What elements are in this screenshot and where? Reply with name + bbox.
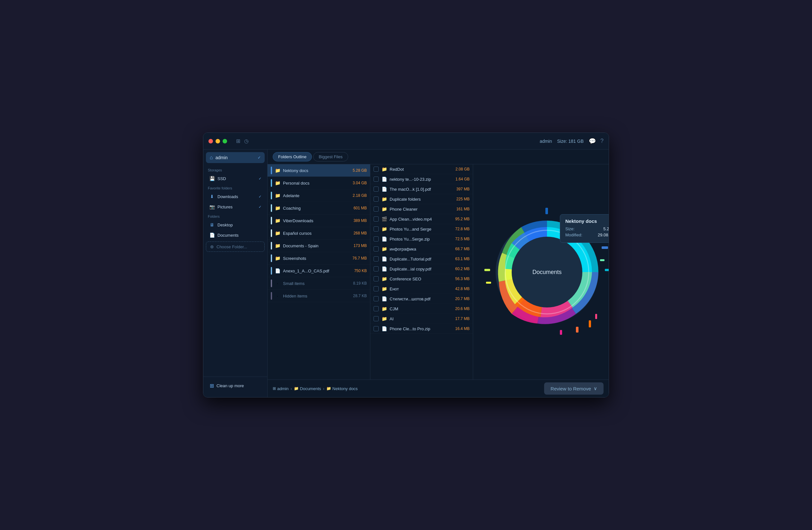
left-file-row-6[interactable]: 📁 Documents - Spain 173 MB	[267, 240, 370, 252]
file-checkbox-12[interactable]	[374, 286, 379, 291]
sidebar-item-ssd[interactable]: 💾 SSD ✓	[205, 174, 265, 183]
bar-6	[484, 269, 490, 271]
right-file-row-12[interactable]: 📁 Енот 42.8 MB	[370, 284, 473, 294]
breadcrumb-nektony-label: Nektony docs	[332, 386, 358, 391]
breadcrumb: ⊞ admin › 📁 Documents › 📁 Nektony docs	[273, 386, 358, 391]
sidebar-toggle-icon[interactable]: ⊞	[236, 138, 240, 144]
file-checkbox-8[interactable]	[374, 246, 379, 251]
desktop-label: Desktop	[217, 223, 261, 227]
titlebar-actions: 💬 ?	[589, 138, 604, 145]
left-file-row-2[interactable]: 📁 Adelante 2.18 GB	[267, 190, 370, 202]
downloads-label: Downloads	[217, 194, 259, 199]
cleanup-button[interactable]: ⊞ Clean up more	[206, 380, 265, 391]
file-name: RedDot	[390, 167, 453, 172]
tooltip-size-label: Size:	[565, 226, 575, 231]
file-checkbox-16[interactable]	[374, 326, 379, 331]
sidebar-item-documents[interactable]: 📄 Documents	[205, 230, 265, 240]
tab-biggest-files[interactable]: Biggest Files	[313, 152, 348, 162]
left-file-row-4[interactable]: 📁 ViberDownloads 389 MB	[267, 214, 370, 227]
storages-section-label: Storages	[203, 166, 267, 173]
file-name: Photos Yu...Serge.zip	[390, 237, 453, 241]
file-checkbox-4[interactable]	[374, 207, 379, 212]
right-file-row-10[interactable]: 📄 Duplicate...ial copy.pdf 60.2 MB	[370, 264, 473, 274]
bar-3	[605, 269, 609, 271]
file-checkbox-6[interactable]	[374, 226, 379, 232]
size-label: Size: 181 GB	[557, 139, 584, 144]
sidebar-item-desktop[interactable]: 🖥 Desktop	[205, 220, 265, 229]
left-file-row-5[interactable]: 📁 Español cursos 268 MB	[267, 227, 370, 240]
review-to-remove-button[interactable]: Review to Remove ∨	[544, 382, 604, 395]
left-file-row-10[interactable]: · Hidden items 28.7 KB	[267, 290, 370, 302]
choose-folder-button[interactable]: ⊕ Choose Folder...	[206, 241, 265, 252]
file-size: 72.8 MB	[455, 227, 469, 231]
file-checkbox-14[interactable]	[374, 306, 379, 311]
right-file-row-6[interactable]: 📁 Photos Yu...and Serge 72.8 MB	[370, 224, 473, 234]
minimize-button[interactable]	[216, 139, 220, 143]
left-file-row-8[interactable]: 📄 Anexo_1_A...O_CAS.pdf 750 KB	[267, 265, 370, 277]
file-name: Hidden items	[283, 294, 350, 298]
sidebar-item-downloads[interactable]: ⬇ Downloads ✓	[205, 192, 265, 201]
folder-icon: 📁	[275, 231, 280, 236]
file-name: инфографика	[390, 247, 453, 251]
file-size: 268 MB	[354, 231, 367, 235]
file-name: Duplicate folders	[390, 197, 454, 201]
file-size: 750 KB	[354, 268, 367, 273]
maximize-button[interactable]	[222, 139, 227, 143]
right-file-row-0[interactable]: 📁 RedDot 2.08 GB	[370, 164, 473, 174]
file-checkbox-13[interactable]	[374, 296, 379, 301]
dot-icon: ·	[275, 281, 280, 286]
file-checkbox-7[interactable]	[374, 236, 379, 241]
file-checkbox-3[interactable]	[374, 196, 379, 201]
desktop-icon: 🖥	[209, 222, 215, 227]
bar-10	[595, 314, 597, 319]
file-size: 3.04 GB	[353, 181, 367, 185]
documents-icon: 📄	[209, 233, 215, 238]
left-file-row-9[interactable]: · Small items 8.19 KB	[267, 277, 370, 290]
file-checkbox-9[interactable]	[374, 256, 379, 262]
sidebar: ⌂ admin ✓ Storages 💾 SSD ✓ Favorite fold…	[203, 150, 267, 397]
help-icon[interactable]: ?	[600, 138, 604, 145]
right-file-row-14[interactable]: 📁 CJM 20.6 MB	[370, 304, 473, 314]
file-checkbox-15[interactable]	[374, 316, 379, 321]
tab-folders-outline[interactable]: Folders Outline	[273, 152, 312, 162]
close-button[interactable]	[208, 139, 213, 143]
right-file-row-7[interactable]: 📄 Photos Yu...Serge.zip 72.5 MB	[370, 234, 473, 244]
right-file-row-1[interactable]: 📄 nektony te...-10-23.zip 1.64 GB	[370, 174, 473, 184]
file-checkbox-1[interactable]	[374, 177, 379, 182]
right-file-row-4[interactable]: 📁 Phone Cleaner 161 MB	[370, 204, 473, 214]
folder-icon: 📁	[381, 167, 387, 172]
right-file-row-15[interactable]: 📁 AI 17.7 MB	[370, 314, 473, 324]
video-icon: 🎬	[381, 217, 387, 222]
file-checkbox-5[interactable]	[374, 217, 379, 222]
file-checkbox-0[interactable]	[374, 167, 379, 172]
right-file-row-9[interactable]: 📄 Duplicate...Tutorial.pdf 63.1 MB	[370, 254, 473, 264]
left-file-row-0[interactable]: 📁 Nektony docs 5.28 GB	[267, 164, 370, 177]
right-file-row-13[interactable]: 📄 Стилисти...шотов.pdf 20.7 MB	[370, 294, 473, 304]
ssd-label: SSD	[217, 176, 259, 181]
right-file-row-5[interactable]: 🎬 App Clean...video.mp4 95.2 MB	[370, 214, 473, 224]
pictures-check-icon: ✓	[259, 205, 261, 209]
right-file-row-16[interactable]: 📄 Phone Cle...to Pro.zip 16.4 MB	[370, 324, 473, 334]
tooltip-modified-label: Modified:	[565, 233, 582, 237]
left-file-row-3[interactable]: 📁 Coaching 601 MB	[267, 202, 370, 214]
right-file-row-3[interactable]: 📁 Duplicate folders 225 MB	[370, 194, 473, 204]
chevron-down-icon: ∨	[594, 386, 597, 391]
tooltip-size-row: Size: 5.28 GB	[565, 226, 609, 231]
history-icon[interactable]: ◷	[244, 138, 249, 144]
sidebar-user-item[interactable]: ⌂ admin ✓	[206, 152, 265, 163]
file-checkbox-2[interactable]	[374, 186, 379, 192]
right-file-row-11[interactable]: 📁 Conference SEO 56.3 MB	[370, 274, 473, 284]
left-file-row-1[interactable]: 📁 Personal docs 3.04 GB	[267, 177, 370, 190]
chart-tooltip: Nektony docs Size: 5.28 GB Modified: 29.…	[560, 214, 609, 243]
file-icon: 📄	[381, 266, 387, 271]
folder-icon: 📁	[381, 276, 387, 281]
left-file-row-7[interactable]: 📁 Screenshots 76.7 MB	[267, 252, 370, 265]
file-checkbox-10[interactable]	[374, 266, 379, 271]
chat-icon[interactable]: 💬	[589, 138, 596, 145]
right-file-row-2[interactable]: 📄 The macO...k [1.0].pdf 397 MB	[370, 184, 473, 194]
chart-area: Documents Nektony docs Size: 5.28 GB Mod…	[473, 164, 609, 379]
sidebar-item-pictures[interactable]: 📷 Pictures ✓	[205, 202, 265, 212]
file-checkbox-11[interactable]	[374, 276, 379, 281]
file-name: ViberDownloads	[283, 218, 351, 223]
right-file-row-8[interactable]: 📁 инфографика 68.7 MB	[370, 244, 473, 254]
